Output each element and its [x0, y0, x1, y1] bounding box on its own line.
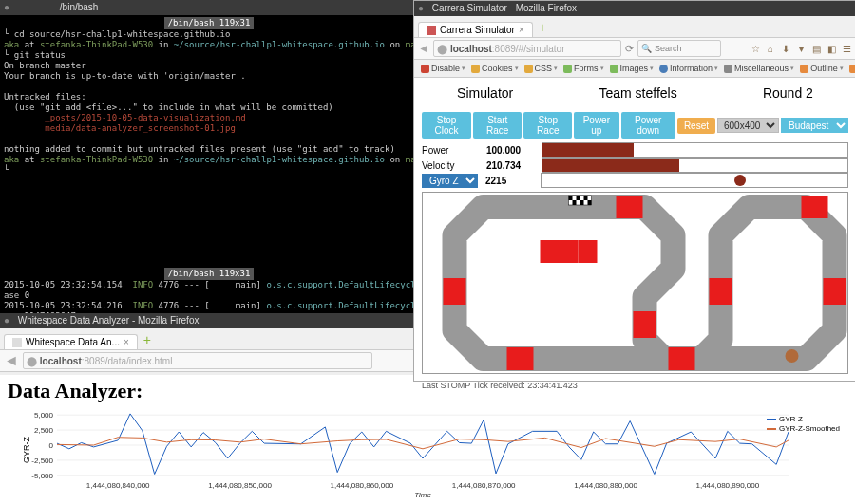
search-placeholder: Search — [655, 44, 682, 53]
tab-bar[interactable]: Whitespace Data An... × + — [0, 328, 418, 350]
devbar-label: Disable — [431, 64, 460, 73]
download-icon[interactable]: ⬇ — [780, 43, 791, 54]
power-bar — [542, 142, 848, 158]
devbar-icon — [849, 65, 855, 73]
reset-button[interactable]: Reset — [677, 118, 715, 134]
chevron-down-icon: ▾ — [554, 65, 558, 72]
window-dot: ● — [4, 315, 10, 326]
svg-text:1,444,080,850,000: 1,444,080,850,000 — [208, 481, 272, 490]
home-icon[interactable]: ⌂ — [765, 43, 776, 54]
close-icon[interactable]: × — [124, 337, 129, 347]
velocity-label: Velocity — [422, 160, 479, 171]
svg-text:1,444,080,860,000: 1,444,080,860,000 — [330, 481, 393, 490]
gyro-axis-select[interactable]: Gyro Z — [422, 174, 478, 188]
globe-icon: ⬤ — [27, 356, 37, 366]
chevron-down-icon: ▾ — [790, 65, 794, 72]
devbar-icon — [421, 65, 429, 73]
url-bar-row: ◄ ⬤ localhost:8089/#/simulator ⟳ 🔍 Searc… — [414, 38, 855, 60]
gyro-slider[interactable] — [541, 173, 848, 188]
developer-toolbar[interactable]: Disable▾Cookies▾CSS▾Forms▾Images▾Informa… — [414, 60, 855, 78]
gyro-value: 2215 — [485, 176, 533, 186]
window-title-bar[interactable]: ● Whitespace Data Analyzer - Mozilla Fir… — [0, 313, 418, 328]
devbar-disable[interactable]: Disable▾ — [418, 64, 468, 73]
devbar-label: Forms — [574, 64, 598, 73]
browser-tab[interactable]: Carrera Simulator × — [418, 22, 533, 37]
window-dot: ● — [418, 3, 424, 13]
devbar-label: Images — [620, 64, 649, 73]
svg-text:Time: Time — [414, 491, 431, 497]
browser-tab[interactable]: Whitespace Data An... × — [4, 334, 138, 349]
terminal-top[interactable]: ● /bin/bash /bin/bash 119x31 └ cd source… — [0, 0, 418, 266]
devbar-label: CSS — [535, 64, 553, 73]
svg-rect-22 — [580, 200, 584, 205]
devbar-forms[interactable]: Forms▾ — [560, 64, 607, 73]
track-canvas[interactable] — [422, 192, 848, 374]
size-select[interactable]: 600x400 — [717, 118, 779, 133]
chevron-down-icon: ▾ — [462, 65, 466, 72]
url-input[interactable]: ⬤ localhost:8089/#/simulator — [433, 40, 621, 57]
tab-bar[interactable]: Carrera Simulator × + — [414, 16, 855, 38]
stop-clock-button[interactable]: Stop Clock — [422, 112, 471, 139]
devbar-resize[interactable]: Resize▾ — [846, 64, 855, 73]
terminal-title-bar[interactable]: ● /bin/bash — [0, 0, 418, 15]
terminal-body[interactable]: └ cd source/hsr-challp1-whitespace.githu… — [0, 29, 418, 176]
velocity-bar — [542, 158, 848, 173]
devbar-label: Cookies — [482, 64, 513, 73]
terminal-bottom[interactable]: /bin/bash 119x31 2015-10-05 23:32:54.154… — [0, 266, 418, 315]
start-race-button[interactable]: Start Race — [473, 112, 522, 139]
svg-rect-26 — [444, 278, 466, 305]
devbar-images[interactable]: Images▾ — [607, 64, 657, 73]
stop-race-button[interactable]: Stop Race — [523, 112, 572, 139]
sim-heading-simulator: Simulator — [457, 85, 513, 101]
reload-icon[interactable]: ⟳ — [625, 43, 634, 55]
new-tab-button[interactable]: + — [539, 20, 546, 35]
svg-rect-30 — [634, 311, 656, 338]
svg-rect-27 — [824, 278, 846, 305]
bookmark-icon[interactable]: ☆ — [750, 43, 761, 54]
chevron-down-icon: ▾ — [600, 65, 604, 72]
url-path: :8089/data/index.html — [82, 356, 173, 366]
svg-rect-25 — [802, 196, 828, 218]
menu-icon[interactable]: ☰ — [841, 43, 852, 54]
analyzer-page: Data Analyzer: GYR-Z -5,000-2,50002,5005… — [0, 375, 855, 504]
svg-rect-29 — [579, 240, 598, 263]
svg-rect-19 — [577, 196, 580, 200]
chevron-down-icon: ▾ — [714, 65, 718, 72]
devbar-information[interactable]: Information▾ — [656, 64, 721, 73]
tab-favicon — [427, 26, 436, 35]
track-select[interactable]: Budapest — [781, 118, 848, 133]
back-icon[interactable]: ◄ — [4, 352, 19, 369]
devbar-css[interactable]: CSS▾ — [522, 64, 561, 73]
gyro-chart[interactable]: GYR-Z -5,000-2,50002,5005,0001,444,080,8… — [10, 407, 846, 497]
window-title-bar[interactable]: ● Carrera Simulator - Mozilla Firefox — [414, 1, 855, 16]
devbar-cookies[interactable]: Cookies▾ — [468, 64, 522, 73]
devbar-label: Information — [670, 64, 712, 73]
svg-text:1,444,080,890,000: 1,444,080,890,000 — [695, 481, 759, 490]
devbar-miscellaneous[interactable]: Miscellaneous▾ — [721, 64, 797, 73]
power-row: Power 100.000 — [422, 142, 848, 158]
tab-title: Carrera Simulator — [440, 25, 515, 35]
bookmark-list-icon[interactable]: ▤ — [810, 43, 822, 54]
search-input[interactable]: 🔍 Search — [637, 40, 721, 57]
back-icon[interactable]: ◄ — [418, 42, 429, 55]
svg-rect-23 — [588, 200, 592, 205]
pocket-icon[interactable]: ▾ — [795, 43, 807, 54]
new-tab-button[interactable]: + — [143, 332, 151, 347]
terminal-title: /bin/bash — [60, 2, 99, 12]
devbar-icon — [800, 65, 808, 73]
status-line: Last STOMP Tick received: 23:34:41.423 — [414, 378, 855, 393]
url-input[interactable]: ⬤ localhost:8089/data/index.html — [23, 352, 372, 369]
sim-heading-round: Round 2 — [763, 85, 813, 101]
gyro-row: Gyro Z 2215 — [422, 173, 848, 188]
close-icon[interactable]: × — [519, 25, 524, 35]
simulator-readouts: Power 100.000 Velocity 210.734 Gyro Z 22… — [414, 142, 855, 188]
power-up-button[interactable]: Power up — [574, 112, 618, 139]
chart-y-axis-label: GYR-Z — [22, 437, 31, 463]
devbar-outline[interactable]: Outline▾ — [797, 64, 846, 73]
chevron-down-icon: ▾ — [840, 65, 844, 72]
url-host: localhost — [40, 356, 82, 366]
window-dot: ● — [4, 2, 10, 12]
svg-text:1,444,080,840,000: 1,444,080,840,000 — [86, 481, 150, 490]
addon-icon[interactable]: ◧ — [826, 43, 837, 54]
power-down-button[interactable]: Power down — [621, 112, 675, 139]
